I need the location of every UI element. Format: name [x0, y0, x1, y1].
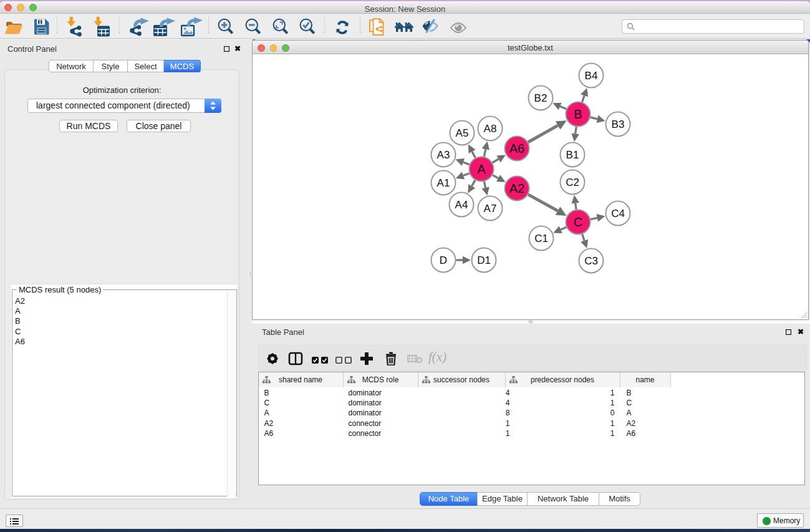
svg-text:C2: C2: [566, 177, 579, 188]
svg-text:D: D: [440, 254, 447, 266]
svg-text:A8: A8: [484, 123, 497, 135]
svg-text:C4: C4: [611, 208, 625, 220]
svg-text:A7: A7: [484, 203, 497, 215]
svg-text:B2: B2: [534, 92, 547, 104]
svg-text:B: B: [574, 107, 582, 121]
svg-text:A3: A3: [437, 149, 450, 161]
svg-text:B3: B3: [612, 118, 625, 130]
svg-text:A1: A1: [437, 177, 450, 189]
svg-text:C3: C3: [584, 255, 598, 267]
svg-text:A: A: [477, 162, 486, 176]
svg-text:D1: D1: [477, 254, 491, 266]
svg-text:A4: A4: [455, 199, 468, 211]
svg-text:A6: A6: [509, 142, 524, 155]
svg-text:B1: B1: [566, 149, 579, 161]
svg-text:C1: C1: [534, 233, 548, 244]
svg-text:A2: A2: [509, 181, 524, 195]
svg-text:C: C: [574, 215, 582, 229]
svg-text:A5: A5: [456, 127, 469, 139]
svg-text:B4: B4: [585, 70, 598, 82]
